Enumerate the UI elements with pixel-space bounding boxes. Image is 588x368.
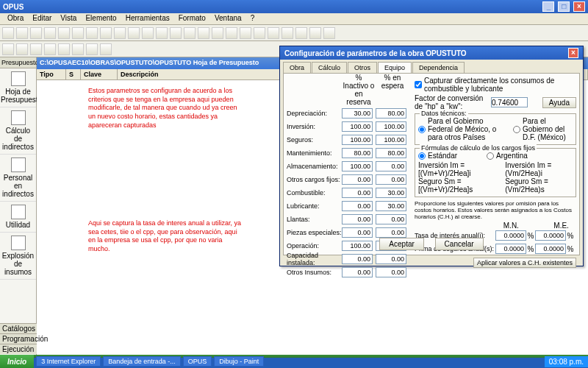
toolbar-icon[interactable] (240, 27, 251, 39)
toolbar-icon[interactable] (44, 27, 56, 39)
argentina-radio[interactable] (487, 152, 494, 160)
param-v1-input[interactable] (342, 188, 373, 198)
menu-vista[interactable]: Vista (56, 13, 81, 24)
taskbar-item[interactable]: OPUS (183, 356, 212, 367)
sidebar-item-utilidad[interactable]: Utilidad (0, 202, 36, 233)
gobdf-radio[interactable] (513, 126, 520, 133)
toolbar-icon[interactable] (2, 43, 14, 55)
tab-dependencia[interactable]: Dependencia (412, 62, 465, 73)
toolbar-icon[interactable] (16, 27, 28, 39)
toolbar-icon[interactable] (254, 27, 265, 39)
param-v1-input[interactable] (342, 148, 373, 158)
param-v2-input[interactable] (376, 135, 406, 145)
param-v1-input[interactable] (342, 121, 373, 132)
maximize-button[interactable]: □ (558, 1, 570, 12)
toolbar-icon[interactable] (2, 27, 14, 39)
toolbar-icon[interactable] (226, 27, 237, 39)
sidebar-item-explosion[interactable]: Explosión de insumos (0, 233, 36, 280)
tab-otros[interactable]: Otros (348, 62, 377, 73)
toolbar-icon[interactable] (72, 27, 84, 39)
tab-calculo[interactable]: Cálculo (312, 62, 347, 73)
factor-input[interactable] (491, 97, 528, 107)
toolbar-icon[interactable] (198, 27, 209, 39)
toolbar-icon[interactable] (16, 43, 28, 55)
cancelar-button[interactable]: Cancelar (435, 238, 484, 250)
param-v2-input[interactable] (376, 148, 406, 158)
minimize-button[interactable]: _ (542, 1, 554, 12)
sidebar-category[interactable]: Presupuesto (0, 57, 36, 68)
toolbar-icon[interactable] (323, 27, 335, 39)
toolbar-icon[interactable] (30, 43, 42, 55)
toolbar-icon[interactable] (86, 43, 98, 55)
param-v1-input[interactable] (342, 254, 373, 264)
toolbar-icon[interactable] (58, 43, 70, 55)
capture-checkbox[interactable] (415, 81, 422, 88)
col-s[interactable]: S (66, 69, 81, 79)
param-v2-input[interactable] (376, 121, 406, 132)
toolbar-icon[interactable] (170, 27, 182, 39)
menu-formato[interactable]: Formato (174, 13, 210, 24)
param-v1-input[interactable] (342, 201, 373, 211)
menu-ventana[interactable]: Ventana (210, 13, 246, 24)
col-tipo[interactable]: Tipo (37, 69, 66, 79)
param-v1-input[interactable] (342, 227, 373, 238)
toolbar-icon[interactable] (58, 27, 70, 39)
toolbar-icon[interactable] (268, 27, 279, 39)
gobfed-radio[interactable] (418, 126, 426, 133)
toolbar-icon[interactable] (156, 27, 168, 39)
aplicar-button[interactable]: Aplicar valores a C.H. existentes (473, 258, 576, 268)
param-v2-input[interactable] (376, 214, 406, 224)
menu-help[interactable]: ? (246, 13, 259, 24)
taskbar-item[interactable]: Dibujo - Paint (214, 356, 264, 367)
toolbar-icon[interactable] (30, 27, 42, 39)
param-v2-input[interactable] (376, 174, 406, 185)
param-v2-input[interactable] (376, 227, 406, 238)
tab-equipo[interactable]: Equipo (378, 62, 412, 73)
sidebar-item-personal[interactable]: Personal en indirectos (0, 155, 36, 202)
close-button[interactable]: × (573, 1, 585, 12)
toolbar-icon[interactable] (282, 27, 293, 39)
param-v2-input[interactable] (376, 188, 406, 198)
param-v2-input[interactable] (376, 201, 406, 211)
param-v1-input[interactable] (342, 135, 373, 145)
param-v2-input[interactable] (376, 161, 406, 171)
dialog-close-button[interactable]: × (568, 48, 578, 58)
menu-herramientas[interactable]: Herramientas (121, 13, 174, 24)
param-v2-input[interactable] (376, 108, 406, 118)
toolbar-icon[interactable] (86, 27, 98, 39)
param-v2-input[interactable] (376, 267, 406, 277)
param-v1-input[interactable] (342, 161, 373, 171)
start-button[interactable]: Inicio (0, 355, 34, 368)
menu-editar[interactable]: Editar (28, 13, 56, 24)
toolbar-icon[interactable] (44, 43, 56, 55)
toolbar-icon[interactable] (100, 27, 112, 39)
param-v2-input[interactable] (376, 254, 406, 264)
tab-obra[interactable]: Obra (283, 62, 311, 73)
toolbar-icon[interactable] (212, 27, 223, 39)
toolbar-icon[interactable] (309, 27, 321, 39)
param-v1-input[interactable] (342, 174, 373, 185)
sidebar-item-hoja[interactable]: Hoja de Presupuesto (0, 68, 36, 107)
toolbar-icon[interactable] (72, 43, 84, 55)
taskbar-item[interactable]: Bandeja de entrada -... (103, 356, 181, 367)
taskbar-item[interactable]: 3 Internet Explorer (36, 356, 101, 367)
toolbar-icon[interactable] (100, 43, 112, 55)
estandar-radio[interactable] (418, 152, 426, 160)
param-v1-input[interactable] (342, 108, 373, 118)
menu-elemento[interactable]: Elemento (81, 13, 121, 24)
param-v1-input[interactable] (342, 214, 373, 224)
aceptar-button[interactable]: Aceptar (379, 238, 423, 250)
bottomtab-catalogos[interactable]: Catálogos (0, 323, 37, 333)
menu-obra[interactable]: Obra (3, 13, 28, 24)
toolbar-icon[interactable] (295, 27, 307, 39)
toolbar-icon[interactable] (128, 27, 140, 39)
param-v1-input[interactable] (342, 267, 373, 277)
sidebar-item-calculo[interactable]: Cálculo de indirectos (0, 107, 36, 155)
col-clave[interactable]: Clave (81, 69, 118, 79)
ayuda-button[interactable]: Ayuda (542, 97, 576, 108)
toolbar-icon[interactable] (114, 27, 126, 39)
toolbar-icon[interactable] (142, 27, 154, 39)
bottomtab-ejecucion[interactable]: Ejecución (0, 344, 37, 354)
toolbar-icon[interactable] (184, 27, 196, 39)
bottomtab-programacion[interactable]: Programación (0, 333, 37, 344)
